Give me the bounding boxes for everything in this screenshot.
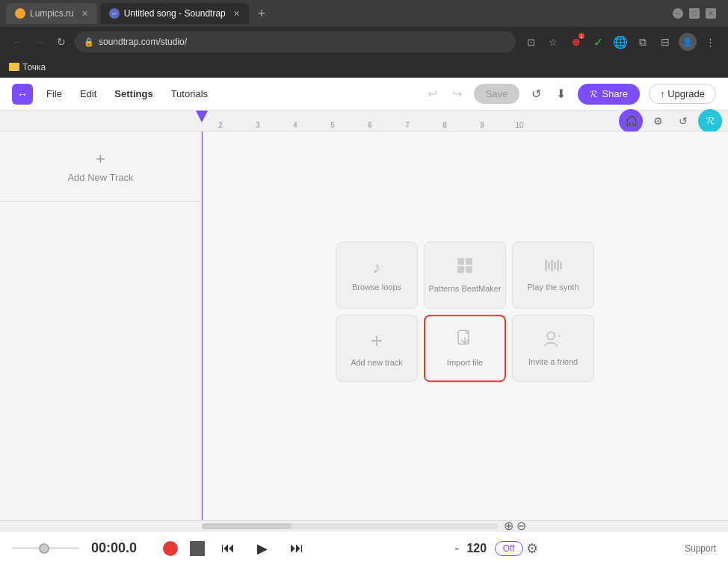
ruler-mark-5: 5: [314, 121, 351, 129]
share-button[interactable]: 𝓡 Share: [578, 84, 640, 105]
timeline-area[interactable]: ♪ Browse loops Patterns BeatMa: [202, 132, 728, 520]
ruler-mark-4: 4: [277, 121, 314, 129]
track-list: + Add New Track: [0, 132, 202, 520]
card-browse-loops[interactable]: ♪ Browse loops: [336, 241, 418, 309]
lock-icon: 🔒: [84, 37, 94, 47]
transport-settings-icon[interactable]: ⚙: [526, 540, 538, 557]
extension-red-icon[interactable]: ⊛ 1: [567, 33, 584, 51]
cast-icon[interactable]: ⊟: [656, 33, 674, 51]
collaborate-button[interactable]: 𝓡: [698, 109, 722, 133]
browse-loops-icon: ♪: [373, 258, 381, 277]
import-file-label: Import file: [447, 357, 483, 368]
toolbar-icons: ⊡ ☆ ⊛ 1 ✓ 🌐 ⧉ ⊟ 👤 ⋮: [522, 33, 719, 51]
record-button[interactable]: [163, 541, 178, 556]
upgrade-button[interactable]: ↑ Upgrade: [649, 84, 716, 104]
tab-lumpics[interactable]: Lumpics.ru ✕: [6, 3, 97, 24]
redo-button[interactable]: ↪: [449, 84, 465, 104]
user-avatar[interactable]: 👤: [679, 33, 697, 51]
slider-thumb[interactable]: [39, 543, 49, 554]
close-button[interactable]: ✕: [706, 8, 716, 19]
back-button[interactable]: ←: [9, 33, 25, 51]
browser-frame: Lumpics.ru ✕ ↔ Untitled song - Soundtrap…: [0, 0, 728, 565]
headphone-button[interactable]: 🎧: [619, 109, 643, 133]
menu-edit[interactable]: Edit: [75, 85, 101, 102]
menu-file[interactable]: File: [42, 85, 67, 102]
globe-icon[interactable]: 🌐: [611, 33, 629, 51]
transport-bar: 00:00.0 ⏮ ▶ ⏭ - 120 Off ⚙ Support: [0, 531, 728, 565]
metronome-toggle[interactable]: Off: [495, 541, 523, 556]
add-track-button[interactable]: + Add New Track: [0, 132, 201, 202]
card-patterns-beatmaker[interactable]: Patterns BeatMaker: [424, 241, 506, 309]
rewind-button[interactable]: ⏮: [217, 537, 239, 560]
time-display: 00:00.0: [91, 540, 151, 556]
browse-loops-label: Browse loops: [352, 282, 401, 292]
settings-gear-icon[interactable]: ⚙: [647, 111, 668, 132]
synth-icon: [544, 258, 562, 277]
ruler-mark-2: 2: [202, 121, 239, 129]
save-button[interactable]: Save: [474, 84, 520, 104]
svg-rect-7: [554, 262, 556, 269]
ruler-mark-6: 6: [351, 121, 389, 129]
ruler-mark-8: 8: [426, 121, 463, 129]
minimize-button[interactable]: ─: [673, 8, 683, 19]
url-box[interactable]: 🔒 soundtrap.com/studio/: [75, 31, 516, 52]
tab-close-lumpics[interactable]: ✕: [81, 9, 88, 19]
menu-dots-icon[interactable]: ⋮: [701, 33, 719, 51]
bpm-value: 120: [462, 542, 492, 555]
support-link[interactable]: Support: [685, 543, 716, 554]
playhead-line: [202, 132, 203, 520]
share-icon: 𝓡: [590, 88, 597, 100]
timeline-ruler: 2 3 4 5 6 7 8 9 10 🎧 ⚙ ↺ 𝓡: [0, 111, 728, 132]
menu-settings[interactable]: Settings: [110, 85, 157, 102]
synth-label: Play the synth: [527, 282, 579, 292]
popup-cards: ♪ Browse loops Patterns BeatMa: [336, 241, 594, 382]
share-label: Share: [602, 88, 628, 99]
ruler-controls: 🎧 ⚙ ↺ 𝓡: [619, 109, 722, 133]
loop-button[interactable]: ↺: [673, 111, 694, 132]
menu-tutorials[interactable]: Tutorials: [167, 85, 212, 102]
invite-friend-icon: +: [543, 330, 563, 352]
folder-icon: [9, 63, 19, 71]
ruler-mark-3: 3: [239, 121, 277, 129]
card-add-new-track[interactable]: + Add new track: [336, 315, 418, 382]
scrollbar-track[interactable]: [202, 523, 498, 529]
svg-rect-3: [466, 266, 472, 273]
svg-rect-1: [466, 258, 472, 265]
forward-button[interactable]: →: [31, 33, 48, 51]
sync-button[interactable]: ↺: [528, 84, 544, 104]
tab-favicon-lumpics: [15, 8, 25, 19]
volume-slider[interactable]: [12, 547, 79, 549]
add-track-icon: +: [96, 149, 105, 169]
scrollbar-area: ⊕ ⊖: [0, 520, 728, 531]
slider-track: [12, 547, 79, 549]
fast-forward-button[interactable]: ⏭: [286, 537, 308, 560]
patterns-icon: [456, 256, 474, 279]
tab-favicon-soundtrap: ↔: [109, 8, 120, 19]
app-logo: ↔: [12, 84, 33, 105]
card-play-synth[interactable]: Play the synth: [512, 241, 594, 309]
green-check-icon[interactable]: ✓: [589, 33, 607, 51]
translate-icon[interactable]: ⊡: [522, 33, 540, 51]
scrollbar-thumb[interactable]: [202, 523, 291, 529]
download-button[interactable]: ⬇: [553, 84, 569, 104]
maximize-button[interactable]: □: [689, 8, 700, 19]
card-import-file[interactable]: Import file: [424, 315, 506, 382]
add-track-label: Add New Track: [67, 172, 133, 183]
bookmark-folder[interactable]: Точка: [9, 62, 46, 72]
tab-soundtrap[interactable]: ↔ Untitled song - Soundtrap ✕: [100, 3, 249, 24]
window-controls: ─ □ ✕: [673, 8, 722, 19]
stop-button[interactable]: [190, 541, 205, 556]
bookmark-bar: Точка: [0, 57, 728, 78]
new-tab-button[interactable]: +: [252, 6, 272, 22]
svg-rect-2: [457, 266, 464, 273]
play-button[interactable]: ▶: [251, 537, 274, 560]
tab-close-soundtrap[interactable]: ✕: [233, 9, 240, 19]
reload-button[interactable]: ↻: [54, 33, 69, 51]
card-invite-friend[interactable]: + Invite a friend: [512, 315, 594, 382]
puzzle-icon[interactable]: ⧉: [634, 33, 652, 51]
invite-friend-label: Invite a friend: [528, 356, 578, 367]
bpm-minus-button[interactable]: -: [454, 542, 458, 555]
svg-rect-8: [557, 259, 559, 271]
undo-button[interactable]: ↩: [425, 84, 440, 104]
star-icon[interactable]: ☆: [544, 33, 562, 51]
